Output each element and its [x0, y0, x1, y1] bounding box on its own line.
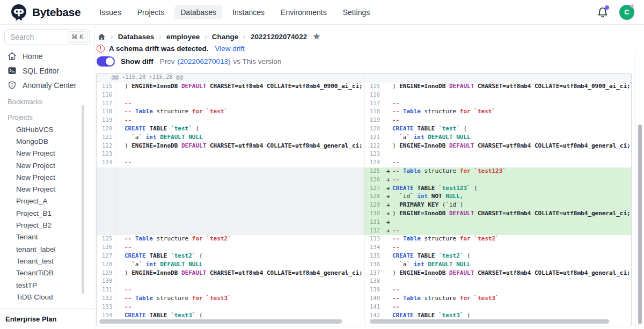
- line-number: 124: [97, 159, 116, 167]
- line-number: 132: [97, 295, 116, 303]
- code-line: `id` int NOT NULL,: [392, 193, 631, 201]
- notification-dot: [605, 5, 609, 10]
- line-number: 120: [97, 125, 116, 134]
- diff-pane-previous[interactable]: @@ -115,20 +115,28 @@115) ENGINE=InnoDB …: [97, 74, 364, 326]
- project-item[interactable]: Tenant: [0, 231, 94, 243]
- line-number: 124: [364, 159, 384, 167]
- diff-row: 116: [364, 91, 631, 100]
- code-line: -- Table structure for `test3`: [392, 295, 631, 303]
- plan-footer[interactable]: Enterprise Plan: [0, 310, 94, 329]
- diff-marker: [116, 277, 125, 286]
- line-number: 134: [97, 312, 116, 320]
- project-item[interactable]: New Project: [0, 171, 94, 183]
- project-item[interactable]: New Project: [0, 159, 94, 171]
- line-number: 116: [364, 91, 384, 100]
- nav-item-issues[interactable]: Issues: [93, 5, 127, 19]
- horizontal-scrollbar-left[interactable]: [99, 319, 342, 324]
- diff-row: 141--: [364, 303, 631, 312]
- avatar-letter: C: [624, 8, 629, 16]
- diff-marker: [116, 261, 125, 269]
- diff-marker: +: [384, 218, 392, 227]
- diff-marker: [384, 159, 392, 167]
- favorite-star-icon[interactable]: ★: [313, 32, 320, 41]
- code-line: --: [392, 286, 631, 295]
- diff-marker: [384, 303, 392, 312]
- sidebar-scrollbar[interactable]: [82, 105, 84, 294]
- diff-row: 122) ENGINE=InnoDB DEFAULT CHARSET=utf8m…: [364, 142, 631, 151]
- notification-bell-button[interactable]: [597, 6, 609, 18]
- diff-row: 124--: [364, 159, 631, 167]
- diff-row: 119--: [364, 116, 631, 125]
- breadcrumb-item[interactable]: 20221202074022: [251, 33, 307, 41]
- nav-item-instances[interactable]: Instances: [226, 5, 270, 19]
- diff-marker: [116, 116, 125, 125]
- nav-item-settings[interactable]: Settings: [337, 5, 376, 19]
- top-navbar: Bytebase IssuesProjectsDatabasesInstance…: [0, 0, 644, 25]
- project-item[interactable]: TenantTiDB: [0, 267, 94, 279]
- breadcrumb-item[interactable]: employee: [166, 33, 200, 41]
- view-drift-link[interactable]: View drift: [215, 45, 245, 53]
- project-item[interactable]: TiDB Cloud: [0, 291, 94, 303]
- line-number: 117: [364, 100, 384, 108]
- nav-item-databases[interactable]: Databases: [174, 5, 222, 19]
- code-line: --: [125, 244, 364, 252]
- code-line: -- Table structure for `test123`: [392, 167, 631, 176]
- breadcrumb-separator: ›: [159, 32, 162, 41]
- page-scrollbar[interactable]: [638, 125, 642, 324]
- project-item[interactable]: Project_B1: [0, 207, 94, 219]
- code-line: `a` int DEFAULT NULL: [392, 261, 631, 269]
- line-number: 131: [97, 286, 116, 295]
- hunk-header: [364, 74, 631, 83]
- project-item[interactable]: Project_A: [0, 195, 94, 207]
- line-number: 125: [97, 235, 116, 244]
- diff-marker: +: [384, 193, 392, 201]
- nav-item-environments[interactable]: Environments: [275, 5, 333, 19]
- diff-row: 128 `a` int DEFAULT NULL: [97, 261, 364, 269]
- line-number: 116: [97, 91, 116, 100]
- diff-spacer: [97, 167, 364, 235]
- warning-icon: !: [97, 45, 105, 53]
- bytebase-logo[interactable]: Bytebase: [10, 3, 80, 21]
- breadcrumb-item[interactable]: Change: [212, 33, 239, 41]
- project-item[interactable]: New Project: [0, 148, 94, 159]
- project-item[interactable]: Project_B2: [0, 219, 94, 231]
- diff-pane-current[interactable]: 115) ENGINE=InnoDB DEFAULT CHARSET=utf8m…: [364, 74, 631, 326]
- diff-row: 121 `a` int DEFAULT NULL: [97, 134, 364, 142]
- project-item[interactable]: MongoDB: [0, 135, 94, 147]
- line-number: 118: [364, 108, 384, 116]
- breadcrumb-item[interactable]: Databases: [118, 33, 155, 41]
- code-line: -- Table structure for `test2`: [125, 235, 364, 244]
- diff-marker: [116, 244, 125, 252]
- diff-row: 133--: [97, 303, 364, 312]
- project-item[interactable]: Tenant_test: [0, 255, 94, 267]
- code-line: CREATE TABLE `test3` (: [392, 312, 631, 320]
- sidebar-item-sql-editor[interactable]: SQL Editor: [0, 63, 94, 78]
- line-number: 115: [364, 83, 384, 91]
- code-line: --: [392, 227, 631, 236]
- sidebar-item-home[interactable]: Home: [0, 49, 94, 63]
- diff-toolbar: Show diff Prev (202206270013) vs This ve…: [97, 56, 281, 67]
- project-item[interactable]: tenant_label: [0, 243, 94, 255]
- show-diff-toggle[interactable]: [97, 56, 115, 67]
- code-line: --: [392, 176, 631, 185]
- search-shortcut-badge: ⌘ K: [68, 31, 87, 43]
- diff-row-added: 127+CREATE TABLE `test123` (: [364, 185, 631, 193]
- project-item[interactable]: New Project: [0, 183, 94, 195]
- project-item[interactable]: testTP: [0, 279, 94, 291]
- horizontal-scrollbar-right[interactable]: [370, 319, 609, 324]
- diff-marker: [116, 150, 125, 159]
- home-breadcrumb-button[interactable]: [98, 33, 106, 41]
- nav-item-projects[interactable]: Projects: [131, 5, 171, 19]
- diff-row: 123: [97, 150, 364, 159]
- user-avatar[interactable]: C: [619, 5, 634, 20]
- diff-row: 137) ENGINE=InnoDB DEFAULT CHARSET=utf8m…: [364, 269, 631, 278]
- diff-marker: [384, 252, 392, 261]
- project-item[interactable]: GitHubVCS: [0, 123, 94, 135]
- sidebar-item-anomaly-center[interactable]: Anomaly Center: [0, 78, 94, 92]
- drift-message: A schema drift was detected.: [109, 45, 209, 53]
- code-line: [125, 150, 364, 159]
- code-line: `a` int DEFAULT NULL: [392, 134, 631, 142]
- diff-row: 136 `a` int DEFAULT NULL: [364, 261, 631, 269]
- prev-version-link[interactable]: (202206270013): [178, 57, 231, 65]
- diff-marker: [384, 235, 392, 244]
